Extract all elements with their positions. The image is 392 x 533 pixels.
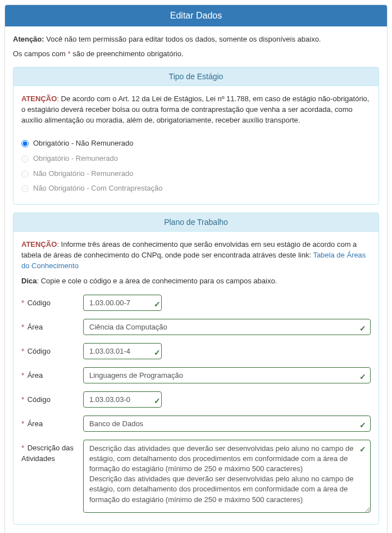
label-text: Código	[28, 299, 51, 307]
radio-nao-obrigatorio-remunerado[interactable]: Não Obrigatório - Remunerado	[21, 166, 371, 182]
row-area2: * Área ✓	[21, 367, 371, 383]
panel-body: Atenção: Você não tem permissão para edi…	[5, 26, 387, 533]
field-codigo3: ✓	[83, 391, 371, 408]
codigo3-input[interactable]	[83, 391, 162, 408]
required-suffix: são de preenchimento obrigatório.	[71, 49, 184, 58]
radio-label: Obrigatório - Remunerado	[33, 153, 118, 164]
radio-input[interactable]	[21, 140, 29, 147]
row-codigo1: * Código ✓	[21, 295, 371, 311]
radio-input[interactable]	[21, 170, 29, 178]
row-codigo2: * Código ✓	[21, 343, 371, 359]
intro-block: Atenção: Você não tem permissão para edi…	[13, 34, 379, 59]
plano-notice-text: : Informe três áreas de conhecimento que…	[21, 240, 357, 259]
radio-input[interactable]	[21, 185, 29, 192]
attention-text: Você não tem permissão para editar todos…	[44, 35, 321, 43]
codigo1-input[interactable]	[83, 295, 162, 311]
row-descricao: * Descrição das Atividades ✓	[21, 440, 371, 516]
codigo2-input[interactable]	[83, 343, 162, 359]
radio-nao-obrigatorio-contraprestacao[interactable]: Não Obrigatório - Com Contraprestação	[21, 181, 371, 196]
label-area1: * Área	[21, 319, 83, 333]
tipo-notice-label: ATENÇÃO	[21, 94, 57, 103]
plano-section: Plano de Trabalho ATENÇÃO: Informe três …	[13, 213, 379, 524]
label-text: Descrição das Atividades	[21, 444, 74, 463]
plano-notice: ATENÇÃO: Informe três áreas de conhecime…	[21, 240, 371, 272]
label-codigo1: * Código	[21, 295, 83, 309]
hint-label: Dica	[21, 277, 37, 285]
field-area1: ✓	[83, 319, 371, 335]
required-prefix: Os campos com	[13, 49, 68, 58]
descricao-textarea[interactable]	[83, 440, 371, 513]
asterisk-icon: *	[21, 299, 24, 307]
field-area2: ✓	[83, 367, 371, 383]
plano-notice-label: ATENÇÃO	[21, 240, 57, 249]
required-line: Os campos com * são de preenchimento obr…	[13, 49, 379, 59]
field-codigo1: ✓	[83, 295, 371, 311]
plano-heading: Plano de Trabalho	[13, 213, 379, 232]
radio-obrigatorio-remunerado[interactable]: Obrigatório - Remunerado	[21, 151, 371, 166]
label-text: Área	[28, 419, 43, 428]
radio-label: Não Obrigatório - Com Contraprestação	[33, 183, 163, 194]
label-text: Código	[28, 395, 51, 404]
label-codigo3: * Código	[21, 391, 83, 405]
radio-label: Não Obrigatório - Remunerado	[33, 169, 133, 179]
label-text: Área	[28, 323, 43, 331]
main-panel: Editar Dados Atenção: Você não tem permi…	[4, 4, 388, 533]
radio-label: Obrigatório - Não Remunerado	[33, 138, 133, 149]
asterisk-icon: *	[21, 444, 24, 452]
field-codigo2: ✓	[83, 343, 371, 359]
tipo-body: ATENÇÃO: De acordo com o Art. 12 da Lei …	[13, 86, 379, 204]
asterisk-icon: *	[21, 323, 24, 331]
asterisk-icon: *	[21, 419, 24, 428]
tipo-notice-text: : De acordo com o Art. 12 da Lei de Está…	[21, 94, 369, 124]
tipo-notice: ATENÇÃO: De acordo com o Art. 12 da Lei …	[21, 94, 371, 126]
radio-obrigatorio-nao-remunerado[interactable]: Obrigatório - Não Remunerado	[21, 136, 371, 151]
asterisk-icon: *	[21, 347, 24, 355]
radio-input[interactable]	[21, 155, 29, 162]
label-codigo2: * Código	[21, 343, 83, 357]
label-text: Área	[28, 371, 43, 380]
label-text: Código	[28, 347, 51, 355]
tipo-heading: Tipo de Estágio	[13, 67, 379, 86]
area3-input[interactable]	[83, 415, 371, 432]
tipo-radio-group: Obrigatório - Não Remunerado Obrigatório…	[21, 136, 371, 196]
label-area3: * Área	[21, 415, 83, 430]
asterisk-icon: *	[21, 371, 24, 380]
tipo-section: Tipo de Estágio ATENÇÃO: De acordo com o…	[13, 67, 379, 205]
area2-input[interactable]	[83, 367, 371, 383]
row-area1: * Área ✓	[21, 319, 371, 335]
field-area3: ✓	[83, 415, 371, 432]
field-descricao: ✓	[83, 440, 371, 516]
plano-hint: Dica: Copie e cole o código e a área de …	[21, 276, 371, 287]
page-title: Editar Dados	[5, 5, 387, 26]
area1-input[interactable]	[83, 319, 371, 335]
label-descricao: * Descrição das Atividades	[21, 440, 83, 464]
label-area2: * Área	[21, 367, 83, 381]
plano-body: ATENÇÃO: Informe três áreas de conhecime…	[13, 232, 379, 523]
asterisk-icon: *	[21, 395, 24, 404]
hint-text: : Copie e cole o código e a área de conh…	[37, 277, 277, 285]
attention-line: Atenção: Você não tem permissão para edi…	[13, 34, 379, 44]
row-area3: * Área ✓	[21, 415, 371, 432]
attention-label: Atenção:	[13, 35, 44, 43]
row-codigo3: * Código ✓	[21, 391, 371, 408]
